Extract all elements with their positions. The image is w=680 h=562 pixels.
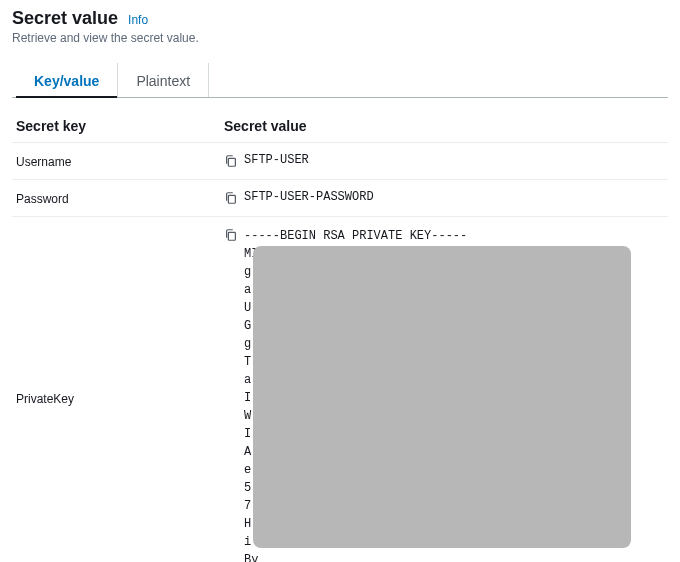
- redaction-overlay: [253, 246, 631, 548]
- table-row: Username SFTP-USER: [12, 143, 668, 180]
- column-header-key: Secret key: [16, 118, 224, 134]
- value-cell: SFTP-USER: [244, 153, 309, 167]
- panel-header: Secret value Info: [12, 8, 668, 29]
- tab-plaintext[interactable]: Plaintext: [118, 63, 209, 97]
- svg-rect-2: [228, 232, 235, 240]
- kv-table-header: Secret key Secret value: [12, 104, 668, 143]
- tabs: Key/value Plaintext: [12, 63, 668, 98]
- table-row: Password SFTP-USER-PASSWORD: [12, 180, 668, 217]
- panel-subtitle: Retrieve and view the secret value.: [12, 31, 668, 45]
- info-link[interactable]: Info: [128, 13, 148, 27]
- secret-value-panel: Secret value Info Retrieve and view the …: [0, 0, 680, 562]
- key-cell: Password: [16, 190, 224, 206]
- panel-title: Secret value: [12, 8, 118, 29]
- private-key-wrapper: -----BEGIN RSA PRIVATE KEY----- MII nNw …: [244, 227, 664, 562]
- table-row: PrivateKey -----BEGIN RSA PRIVATE KEY---…: [12, 217, 668, 562]
- column-header-value: Secret value: [224, 118, 664, 134]
- svg-rect-0: [228, 158, 235, 166]
- key-cell: PrivateKey: [16, 390, 224, 406]
- value-cell: SFTP-USER-PASSWORD: [244, 190, 374, 204]
- copy-icon[interactable]: [224, 191, 238, 205]
- svg-rect-1: [228, 195, 235, 203]
- copy-icon[interactable]: [224, 154, 238, 168]
- tab-key-value[interactable]: Key/value: [16, 63, 118, 97]
- copy-icon[interactable]: [224, 228, 238, 242]
- key-cell: Username: [16, 153, 224, 169]
